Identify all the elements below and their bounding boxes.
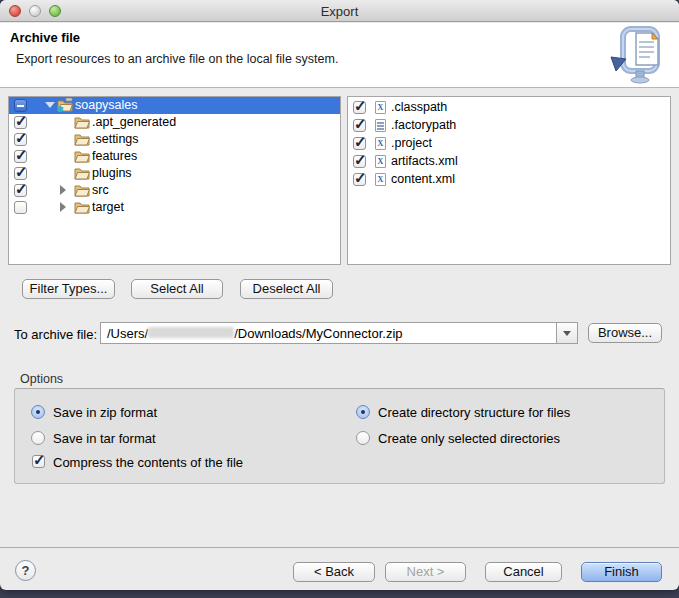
radio-selected[interactable] — [31, 405, 45, 419]
folder-icon — [74, 200, 90, 214]
browse-button[interactable]: Browse... — [588, 323, 662, 343]
tree-item-label: src — [92, 183, 109, 197]
folder-icon — [74, 183, 90, 197]
finish-button[interactable]: Finish — [581, 562, 662, 582]
folder-icon — [74, 132, 90, 146]
checkbox-checked[interactable] — [14, 133, 27, 146]
chevron-right-icon[interactable] — [60, 185, 66, 195]
file-item[interactable]: X .project — [348, 135, 670, 153]
tree-item-label: soapysales — [75, 98, 138, 112]
tree-item[interactable]: target — [9, 199, 340, 216]
radio-unselected[interactable] — [31, 431, 45, 445]
text-file-icon — [375, 119, 386, 132]
options-group: Save in zip format Save in tar format Co… — [14, 388, 665, 484]
page-description: Export resources to an archive file on t… — [16, 52, 338, 66]
checkbox-checked[interactable] — [353, 155, 366, 168]
filter-types-button[interactable]: Filter Types... — [22, 279, 115, 299]
tree-item-label: .settings — [92, 132, 139, 146]
file-item[interactable]: X .classpath — [348, 99, 670, 117]
export-dialog: Export Archive file Export resources to … — [0, 0, 679, 590]
redacted-username — [148, 327, 234, 338]
xml-file-icon: X — [375, 155, 386, 168]
tree-item[interactable]: src — [9, 182, 340, 199]
tree-item[interactable]: plugins — [9, 165, 340, 182]
archive-path-value: /Users//Downloads/MyConnector.zip — [107, 326, 403, 341]
file-item-label: artifacts.xml — [391, 154, 458, 168]
svg-text:✱: ✱ — [57, 105, 64, 112]
tree-item-label: features — [92, 149, 137, 163]
file-item[interactable]: X content.xml — [348, 171, 670, 189]
radio-selected[interactable] — [356, 405, 370, 419]
file-item-label: content.xml — [391, 172, 455, 186]
tree-item-label: .apt_generated — [92, 115, 176, 129]
next-button: Next > — [385, 562, 466, 582]
radio-unselected[interactable] — [356, 431, 370, 445]
tree-item[interactable]: .settings — [9, 131, 340, 148]
tree-item-label: target — [92, 200, 124, 214]
checkbox-unchecked[interactable] — [14, 201, 27, 214]
file-item-label: .classpath — [391, 100, 447, 114]
combo-dropdown-icon[interactable] — [556, 323, 577, 343]
file-item[interactable]: X artifacts.xml — [348, 153, 670, 171]
file-item-label: .project — [391, 136, 432, 150]
xml-file-icon: X — [375, 137, 386, 150]
xml-file-icon: X — [375, 101, 386, 114]
chevron-right-icon[interactable] — [60, 202, 66, 212]
chevron-down-icon[interactable] — [45, 102, 55, 108]
file-item-label: .factorypath — [391, 118, 456, 132]
checkbox-checked[interactable] — [353, 173, 366, 186]
checkbox-checked[interactable] — [14, 116, 27, 129]
titlebar[interactable]: Export — [0, 0, 679, 22]
archive-path-combobox[interactable]: /Users//Downloads/MyConnector.zip — [100, 322, 578, 344]
help-button[interactable]: ? — [15, 560, 36, 581]
tree-item[interactable]: ✱ soapysales — [9, 97, 340, 114]
project-folder-icon: ✱ — [57, 98, 73, 112]
checkbox-mixed[interactable] — [14, 99, 27, 112]
file-list[interactable]: X .classpath .factorypath X .project X a… — [347, 96, 671, 265]
wizard-header: Archive file Export resources to an arch… — [0, 23, 679, 88]
window-title: Export — [0, 4, 679, 19]
back-button[interactable]: < Back — [293, 562, 375, 582]
folder-icon — [74, 149, 90, 163]
checkbox-checked[interactable] — [32, 455, 45, 468]
checkbox-checked[interactable] — [14, 150, 27, 163]
xml-file-icon: X — [375, 173, 386, 186]
folder-icon — [74, 166, 90, 180]
export-archive-icon — [609, 25, 673, 89]
deselect-all-button[interactable]: Deselect All — [240, 279, 333, 299]
page-title: Archive file — [10, 30, 80, 45]
tree-item-label: plugins — [92, 166, 132, 180]
file-item[interactable]: .factorypath — [348, 117, 670, 135]
resource-tree[interactable]: ✱ soapysales .apt_generated .settings — [8, 96, 341, 265]
checkbox-checked[interactable] — [14, 167, 27, 180]
checkbox-checked[interactable] — [353, 119, 366, 132]
footer-separator — [0, 547, 679, 548]
checkbox-checked[interactable] — [353, 137, 366, 150]
tree-item[interactable]: .apt_generated — [9, 114, 340, 131]
tree-item[interactable]: features — [9, 148, 340, 165]
checkbox-checked[interactable] — [353, 101, 366, 114]
cancel-button[interactable]: Cancel — [485, 562, 562, 582]
checkbox-checked[interactable] — [14, 184, 27, 197]
folder-icon — [74, 115, 90, 129]
archive-file-label: To archive file: — [14, 327, 97, 342]
options-group-label: Options — [20, 372, 63, 386]
select-all-button[interactable]: Select All — [131, 279, 223, 299]
